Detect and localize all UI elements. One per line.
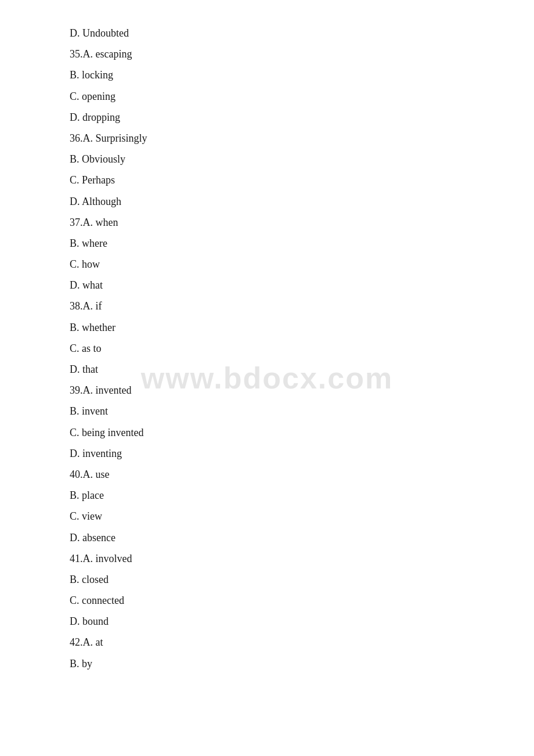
list-item: B. invent [70, 401, 464, 421]
list-item: D. that [70, 359, 464, 379]
list-item: B. where [70, 233, 464, 253]
list-item: D. absence [70, 528, 464, 548]
list-item: C. opening [70, 87, 464, 106]
list-item: B. by [70, 654, 464, 674]
list-item: C. as to [70, 339, 464, 358]
list-item: C. Perhaps [70, 170, 464, 190]
list-item: 39.A. invented [70, 380, 464, 400]
list-item: D. what [70, 275, 464, 295]
list-item: 35.A. escaping [70, 44, 464, 64]
list-item: D. inventing [70, 444, 464, 463]
list-item: 41.A. involved [70, 549, 464, 568]
list-item: 38.A. if [70, 296, 464, 316]
list-item: 40.A. use [70, 465, 464, 484]
list-item: B. locking [70, 65, 464, 85]
list-item: D. Undoubted [70, 23, 464, 43]
list-item: B. place [70, 485, 464, 505]
list-item: C. view [70, 506, 464, 526]
list-item: C. connected [70, 591, 464, 610]
list-item: B. whether [70, 318, 464, 337]
list-item: D. Although [70, 192, 464, 211]
list-item: C. how [70, 254, 464, 274]
list-item: 42.A. at [70, 632, 464, 652]
list-item: D. bound [70, 611, 464, 631]
list-item: 36.A. Surprisingly [70, 128, 464, 148]
list-item: C. being invented [70, 423, 464, 442]
list-item: D. dropping [70, 107, 464, 127]
list-item: B. Obviously [70, 149, 464, 169]
main-content: D. Undoubted 35.A. escapingB. lockingC. … [0, 0, 534, 698]
list-item: B. closed [70, 570, 464, 589]
list-item: 37.A. when [70, 213, 464, 232]
